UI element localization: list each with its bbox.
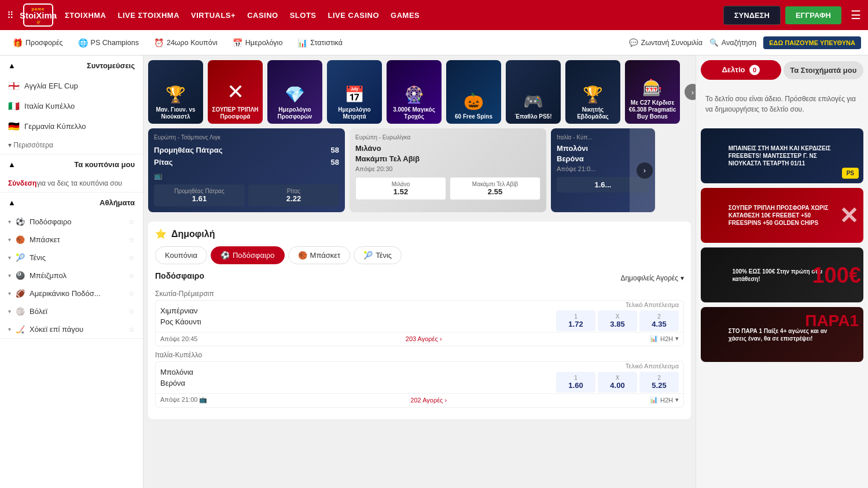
sidebar-sport-hockey[interactable]: ▾ 🏒 Χόκεϊ επί πάγου ☆ (0, 320, 143, 338)
sports-label: Αθλήματα (100, 198, 135, 207)
sub-nav-stats-label: Στατιστικά (310, 39, 343, 47)
match2-h2h[interactable]: 📊 H2H ▾ (650, 396, 679, 404)
grid-icon[interactable]: ⠿ (7, 10, 14, 21)
promo-card-freebets[interactable]: ΜΠΑΙΝΕΙΣ ΣΤΗ ΜΑΧΗ ΚΑΙ ΚΕΡΔΙΖΕΙΣ FREEBETS… (701, 128, 863, 183)
volleyball-label: Βόλεϊ (30, 307, 47, 316)
login-button[interactable]: ΣΥΝΔΕΣΗ (723, 6, 781, 25)
match2-team2: Βερόνα (160, 378, 556, 389)
promo-card-100[interactable]: 100% ΕΩΣ 100€ Στην πρώτη σου κατάθεση! 1… (701, 247, 863, 302)
shortcuts-more[interactable]: ▾ Περισσότερα (0, 136, 143, 154)
match2-markets[interactable]: 202 Αγορές › (410, 397, 447, 404)
american-football-fav-icon[interactable]: ☆ (128, 290, 135, 298)
banner-card-tripl[interactable]: ✕ ΣΟΥΠΕΡ ΤΡΙΠΛΗ Προσφορά (208, 60, 263, 124)
banner-card-free[interactable]: 🎃 60 Free Spins (446, 60, 501, 124)
nav-casino[interactable]: CASINO (247, 11, 278, 20)
banner-ps-title: Μαν. Γιουν. vs Νιούκαστλ (152, 106, 200, 120)
tennis-fav-icon[interactable]: ☆ (128, 254, 135, 262)
my-bets-tab[interactable]: Τα Στοιχήματά μου (784, 61, 864, 79)
logo[interactable]: pame StoiXima .gr (23, 3, 53, 27)
responsible-gaming-button[interactable]: ΕΔΩ ΠΑΙΖΟΥΜΕ ΥΠΕΥΘΥΝΑ (763, 36, 861, 49)
betslip-tab-active[interactable]: Δελτίο 0 (701, 60, 781, 80)
coupons-section: ▲ Τα κουπόνια μου Σύνδεσηγια να δεις τα … (0, 154, 143, 193)
odd-label-1-1: Προμηθέας Πάτρας (154, 188, 245, 194)
volleyball-fav-icon[interactable]: ☆ (128, 308, 135, 316)
sub-nav-stats[interactable]: 📊 Στατιστικά (292, 35, 348, 51)
banner-card-nikh[interactable]: 🏆 Νικητής Εβδομάδας (565, 60, 620, 124)
sub-nav-offers[interactable]: 🎁 Προσφορές (7, 35, 69, 51)
tab-coupons[interactable]: Κουπόνια (155, 246, 207, 264)
sidebar-sport-volleyball[interactable]: ▾ 🏐 Βόλεϊ ☆ (0, 302, 143, 320)
banner-card-offer[interactable]: 💎 Ημερολόγιο Προσφορών (267, 60, 322, 124)
odd-btn-1-2[interactable]: Ρίτας 2.22 (248, 184, 339, 206)
match2-odd-x[interactable]: Χ 4.00 (598, 372, 637, 393)
live-match-card-2[interactable]: Ευρώπη - Ευρωλίγκα Μιλάνο Μακάμπι Τελ Αβ… (350, 128, 546, 212)
tab-tennis[interactable]: 🎾 Τένις (354, 246, 402, 264)
promo-card-para[interactable]: ΣΤΟ ΠΑΡΑ 1 Παίξε 4+ αγώνες και αν χάσεις… (701, 307, 863, 362)
search-button[interactable]: 🔍 Αναζήτηση (709, 38, 756, 47)
match2-odd-2[interactable]: 2 5.25 (639, 372, 679, 393)
chevron-down-icon: ▾ (8, 219, 11, 225)
match2-odd-1[interactable]: 1 1.60 (556, 372, 595, 393)
promo-100-badge: 100€ (812, 263, 861, 287)
odd-btn-2-2[interactable]: Μακάμπι Τελ Αβίβ 2.55 (450, 177, 540, 200)
football-fav-icon[interactable]: ☆ (128, 218, 135, 226)
banner-card-ps[interactable]: 🏆 Μαν. Γιουν. vs Νιούκαστλ (148, 60, 203, 124)
sub-nav-ps-champions[interactable]: 🌐 PS Champions (72, 35, 145, 51)
sidebar-item-italy-cup[interactable]: 🇮🇹 Ιταλία Κυπέλλο (0, 96, 143, 116)
popular-sort[interactable]: Δημοφιλείς Αγορές ▾ (620, 274, 684, 282)
match1-h2h[interactable]: 📊 H2H ▾ (650, 335, 679, 342)
coupons-header[interactable]: ▲ Τα κουπόνια μου (0, 154, 143, 175)
hamburger-icon[interactable]: ☰ (851, 8, 861, 22)
nav-stoixima[interactable]: ΣΤΟΙΧΗΜΑ (65, 11, 106, 20)
banner-card-epathlo[interactable]: 🎮 Έπαθλο PS5! (506, 60, 561, 124)
ps-champions-icon: 🌐 (78, 38, 88, 47)
nav-live-stoixima[interactable]: LIVE ΣΤΟΙΧΗΜΑ (118, 11, 180, 20)
basketball-tab-icon: 🏀 (298, 251, 307, 260)
promo-card-tripl[interactable]: ΣΟΥΠΕΡ ΤΡΙΠΛΗ ΠΡΟΣΦΟΡΑ ΧΩΡΙΣ ΚΑΤΑΘΕΣΗ 10… (701, 188, 863, 243)
sub-navigation: 🎁 Προσφορές 🌐 PS Champions ⏰ 24ωρο Κουπό… (0, 30, 868, 56)
match1-odd-x[interactable]: Χ 3.85 (598, 310, 637, 331)
sidebar-sport-baseball[interactable]: ▾ 🎱 Μπέιζμπολ ☆ (0, 267, 143, 284)
hockey-fav-icon[interactable]: ☆ (128, 326, 135, 334)
sub-nav-24h-coupon[interactable]: ⏰ 24ωρο Κουπόνι (148, 35, 223, 51)
sidebar-sport-basketball[interactable]: ▾ 🏀 Μπάσκετ ☆ (0, 231, 143, 249)
live-chat-label: Ζωντανή Συνομιλία (641, 39, 703, 47)
banner-offer-title: Ημερολόγιο Προσφορών (271, 106, 319, 120)
sports-header[interactable]: ▲ Αθλήματα (0, 193, 143, 213)
register-button[interactable]: ΕΓΓΡΑΦΗ (785, 6, 841, 24)
live-chat-button[interactable]: 💬 Ζωντανή Συνομιλία (629, 38, 703, 47)
nav-virtuals[interactable]: VIRTUALS+ (191, 11, 236, 20)
coupons-login-link[interactable]: Σύνδεση (8, 179, 36, 187)
h2h-chevron-1: ▾ (675, 335, 679, 342)
sidebar-sport-american-football[interactable]: ▾ 🏈 Αμερικάνικο Ποδόσ... ☆ (0, 284, 143, 302)
sub-nav-calendar[interactable]: 📅 Ημερολόγιο (227, 35, 289, 51)
match1-odd-1[interactable]: 1 1.72 (556, 310, 595, 331)
baseball-fav-icon[interactable]: ☆ (128, 272, 135, 280)
banner-card-prag[interactable]: 🎰 Με C27 Κέρδισε €6.308 Pragmatic Buy Bo… (625, 60, 680, 124)
shortcuts-header[interactable]: ▲ Συντομεύσεις (0, 56, 143, 76)
match-next-arrow[interactable]: › (637, 162, 653, 179)
odd-btn-2-1[interactable]: Μιλάνο 1.52 (355, 177, 446, 200)
nav-live-casino[interactable]: LIVE CASINO (328, 11, 380, 20)
sidebar-sport-football[interactable]: ▾ ⚽ Ποδόσφαιρο ☆ (0, 213, 143, 231)
banner-card-trohos[interactable]: 🎡 3.000€ Μαγικός Τροχός (387, 60, 442, 124)
banner-next-arrow[interactable]: › (685, 84, 696, 100)
tab-basketball[interactable]: 🏀 Μπάσκετ (288, 246, 351, 264)
tab-football[interactable]: ⚽ Ποδόσφαιρο (211, 246, 285, 264)
baseball-label: Μπέιζμπολ (30, 271, 67, 280)
match1-markets[interactable]: 203 Αγορές › (406, 335, 442, 342)
basketball-fav-icon[interactable]: ☆ (128, 236, 135, 244)
banner-card-metrita[interactable]: 📅 Ημερολόγιο Μετρητά (327, 60, 382, 124)
sidebar-item-germany-cup[interactable]: 🇩🇪 Γερμανία Κύπελλο (0, 116, 143, 136)
chart-icon-2: 📊 (650, 396, 658, 404)
sidebar-item-england-efl[interactable]: 🏴󠁧󠁢󠁥󠁮󠁧󠁿 Αγγλία EFL Cup (0, 76, 143, 96)
nav-games[interactable]: GAMES (391, 11, 420, 20)
sidebar-sport-tennis[interactable]: ▾ 🎾 Τένις ☆ (0, 249, 143, 267)
live-match-card-1[interactable]: Ευρώπη - Τσάμπιονς Λιγκ Προμηθέας Πάτρας… (148, 128, 345, 212)
match1-odd-2[interactable]: 2 4.35 (639, 310, 679, 331)
chevron-down-icon-v: ▾ (8, 308, 11, 315)
nav-slots[interactable]: SLOTS (290, 11, 317, 20)
odd-btn-1-1[interactable]: Προμηθέας Πάτρας 1.61 (154, 184, 245, 206)
match2-oddx-header: Χ (598, 375, 637, 381)
live-match-card-3[interactable]: Ιταλία - Κύπ... Μπολόνι Βερόνα Απόψε 21:… (551, 128, 655, 212)
